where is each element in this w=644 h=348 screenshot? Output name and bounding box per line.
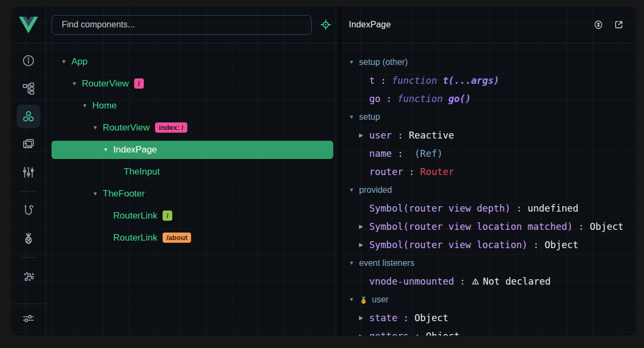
state-value: undefined xyxy=(528,203,579,214)
expand-arrow-icon[interactable]: ▶ xyxy=(359,133,369,138)
collapse-arrow-icon[interactable]: ▼ xyxy=(72,81,82,86)
state-value: (Ref) xyxy=(414,148,443,159)
collapse-arrow-icon: ▼ xyxy=(349,297,359,302)
state-row-vnode-unmounted: vnode-unmounted : Not declared xyxy=(341,272,623,291)
inspector-state: ▼setup (other)t : function t(...args)go … xyxy=(341,44,636,336)
section-header-provided[interactable]: ▼provided xyxy=(341,181,623,199)
state-value: Not declared xyxy=(483,276,551,287)
external-link-icon xyxy=(613,19,625,30)
section-header-setup-other-[interactable]: ▼setup (other) xyxy=(341,53,623,71)
state-key: name xyxy=(369,148,392,159)
timeline-icon xyxy=(21,165,35,179)
expand-arrow-icon[interactable]: ▶ xyxy=(359,334,369,336)
sidebar-divider xyxy=(20,191,36,192)
component-name: RouterLink xyxy=(113,211,157,221)
sidebar-item-timeline[interactable] xyxy=(17,161,40,184)
vue-logo xyxy=(11,6,46,44)
sidebar-item-pinia[interactable] xyxy=(17,227,40,250)
search-input[interactable] xyxy=(52,15,312,35)
colon: : xyxy=(392,130,409,141)
state-value: Router xyxy=(420,166,454,177)
tree-node-thefooter[interactable]: ▼TheFooter xyxy=(46,183,339,205)
section-header-event-listeners[interactable]: ▼event listeners xyxy=(341,254,623,272)
state-row-go: go : function go() xyxy=(341,90,623,108)
colon: : xyxy=(409,331,426,336)
expand-arrow-icon[interactable]: ▶ xyxy=(359,315,369,321)
inspector-header: IndexPage xyxy=(341,6,636,44)
state-row-user[interactable]: ▶user : Reactive xyxy=(341,126,623,144)
tree-node-home[interactable]: ▼Home xyxy=(46,95,339,117)
function-signature: go() xyxy=(449,93,471,104)
colon: : xyxy=(375,75,392,86)
section-label: setup (other) xyxy=(359,57,408,67)
component-name: App xyxy=(71,56,87,67)
state-value: Object xyxy=(590,221,623,232)
info-icon xyxy=(21,54,35,68)
tree-node-routerview[interactable]: ▼RouterView/ xyxy=(46,73,339,95)
tree-node-app[interactable]: ▼App xyxy=(46,50,339,73)
collapse-arrow-icon: ▼ xyxy=(349,187,359,193)
state-row-router: router : Router xyxy=(341,163,623,181)
route-badge: / xyxy=(134,78,144,89)
state-row-Symbol-router-view-location-matched-[interactable]: ▶Symbol(router view location matched) : … xyxy=(341,218,623,236)
colon: : xyxy=(528,240,545,250)
state-row-name: name : (Ref) xyxy=(341,144,623,163)
function-signature: t(...args) xyxy=(443,75,499,86)
function-keyword: function xyxy=(398,93,449,104)
sidebar-item-assets[interactable] xyxy=(17,133,40,156)
colon: : xyxy=(454,276,471,287)
tree-node-routerview[interactable]: ▼RouterViewindex: / xyxy=(46,117,339,139)
sidebar-item-graph[interactable] xyxy=(17,265,40,288)
collapse-arrow-icon[interactable]: ▼ xyxy=(93,191,103,197)
tree-header xyxy=(46,6,339,44)
sidebar-item-pages[interactable] xyxy=(17,77,40,100)
tree-node-routerlink[interactable]: RouterLink/ xyxy=(46,205,339,227)
collapse-arrow-icon: ▼ xyxy=(349,260,359,266)
component-name: TheInput xyxy=(124,166,160,177)
sidebar-item-components[interactable] xyxy=(17,105,40,128)
state-row-getters[interactable]: ▶getters : Object xyxy=(341,327,623,336)
vue-logo-icon xyxy=(19,17,38,33)
state-row-state[interactable]: ▶state : Object xyxy=(341,309,623,327)
collapse-arrow-icon[interactable]: ▼ xyxy=(82,103,92,108)
collapse-arrow-icon: ▼ xyxy=(349,60,359,65)
state-key: user xyxy=(369,130,392,141)
route-badge: /about xyxy=(163,233,191,243)
sidebar-item-hooks[interactable] xyxy=(17,199,40,222)
section-label: provided xyxy=(359,185,392,195)
tree-node-routerlink[interactable]: RouterLink/about xyxy=(46,227,339,249)
collapse-arrow-icon[interactable]: ▼ xyxy=(93,125,103,130)
section-header-user[interactable]: ▼user xyxy=(341,291,623,309)
component-name: Home xyxy=(92,100,116,111)
collapse-arrow-icon[interactable]: ▼ xyxy=(61,59,71,64)
component-name: RouterLink xyxy=(113,233,157,243)
collapse-arrow-icon: ▼ xyxy=(349,114,359,120)
tree-node-theinput[interactable]: TheInput xyxy=(46,161,339,183)
section-label: setup xyxy=(359,112,380,122)
open-in-editor-button[interactable] xyxy=(613,19,625,31)
route-badge: / xyxy=(163,211,172,221)
tree-node-indexpage[interactable]: ▼IndexPage xyxy=(52,141,333,159)
colon: : xyxy=(573,221,590,232)
state-key: getters xyxy=(369,331,409,336)
scroll-to-component-icon xyxy=(592,19,604,30)
state-key: state xyxy=(369,313,398,323)
collapse-arrow-icon[interactable]: ▼ xyxy=(103,147,113,153)
colon: : xyxy=(510,203,528,214)
crosshair-icon xyxy=(319,19,332,31)
sidebar-divider xyxy=(20,257,36,258)
warning-icon xyxy=(472,278,479,285)
pinia-store-icon xyxy=(359,295,368,305)
component-name: TheFooter xyxy=(103,189,145,199)
expand-arrow-icon[interactable]: ▶ xyxy=(359,224,369,229)
sidebar-item-settings[interactable] xyxy=(17,307,40,330)
inspect-component-button[interactable] xyxy=(319,18,332,31)
state-row-Symbol-router-view-location-[interactable]: ▶Symbol(router view location) : Object xyxy=(341,236,623,254)
section-header-setup[interactable]: ▼setup xyxy=(341,108,623,126)
sidebar-item-info[interactable] xyxy=(17,49,40,73)
state-value: Object xyxy=(426,331,459,336)
expand-arrow-icon[interactable]: ▶ xyxy=(359,242,369,248)
section-label: event listeners xyxy=(359,258,414,268)
scroll-to-component-button[interactable] xyxy=(592,19,604,31)
settings-icon xyxy=(21,311,35,325)
